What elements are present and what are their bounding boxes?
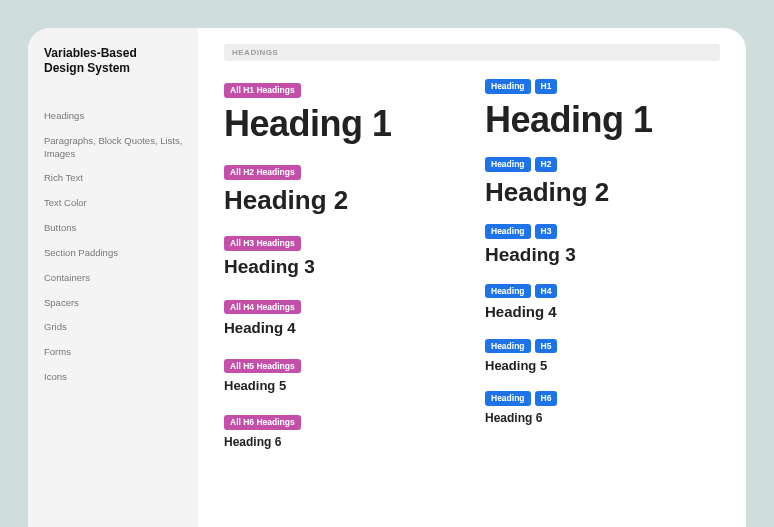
sidebar-item[interactable]: Buttons [44, 222, 184, 235]
class-badge-heading: Heading [485, 391, 531, 406]
class-badge-heading: Heading [485, 284, 531, 299]
badge-row: HeadingH5 [485, 339, 720, 354]
sidebar-item[interactable]: Headings [44, 110, 184, 123]
heading-item: HeadingH6Heading 6 [485, 391, 720, 425]
badge-row: HeadingH4 [485, 284, 720, 299]
global-heading-badge: All H2 Headings [224, 165, 301, 180]
brand-line1: Variables-Based [44, 46, 137, 60]
heading-sample: Heading 4 [485, 304, 720, 321]
main-content: HEADINGS All H1 HeadingsHeading 1All H2 … [198, 28, 746, 527]
class-badge-heading: Heading [485, 224, 531, 239]
heading-item: HeadingH4Heading 4 [485, 284, 720, 321]
sidebar-nav: HeadingsParagraphs, Block Quotes, Lists,… [44, 110, 184, 384]
column-class-headings: HeadingH1Heading 1HeadingH2Heading 2Head… [485, 79, 720, 467]
heading-sample: Heading 6 [224, 436, 459, 449]
heading-sample: Heading 3 [485, 245, 720, 266]
heading-sample: Heading 5 [485, 359, 720, 373]
class-badge-level: H1 [535, 79, 558, 94]
heading-sample: Heading 2 [485, 178, 720, 207]
sidebar-item[interactable]: Paragraphs, Block Quotes, Lists, Images [44, 135, 184, 161]
heading-sample: Heading 4 [224, 320, 459, 337]
heading-sample: Heading 1 [224, 104, 459, 144]
heading-sample: Heading 2 [224, 186, 459, 215]
class-badge-level: H5 [535, 339, 558, 354]
class-badge-level: H6 [535, 391, 558, 406]
global-heading-badge: All H6 Headings [224, 415, 301, 430]
sidebar-item[interactable]: Grids [44, 321, 184, 334]
heading-item: All H3 HeadingsHeading 3 [224, 232, 459, 277]
class-badge-heading: Heading [485, 79, 531, 94]
sidebar-item[interactable]: Section Paddings [44, 247, 184, 260]
heading-item: All H4 HeadingsHeading 4 [224, 296, 459, 337]
class-badge-heading: Heading [485, 339, 531, 354]
global-heading-badge: All H1 Headings [224, 83, 301, 98]
sidebar-item[interactable]: Spacers [44, 297, 184, 310]
heading-item: HeadingH1Heading 1 [485, 79, 720, 139]
heading-item: All H2 HeadingsHeading 2 [224, 161, 459, 214]
sidebar-item[interactable]: Containers [44, 272, 184, 285]
brand-line2: Design System [44, 61, 130, 75]
heading-item: All H5 HeadingsHeading 5 [224, 355, 459, 394]
app-window: Variables-Based Design System HeadingsPa… [28, 28, 746, 527]
global-heading-badge: All H5 Headings [224, 359, 301, 374]
global-heading-badge: All H4 Headings [224, 300, 301, 315]
heading-sample: Heading 6 [485, 412, 720, 425]
heading-sample: Heading 5 [224, 379, 459, 393]
section-title: HEADINGS [232, 48, 278, 57]
global-heading-badge: All H3 Headings [224, 236, 301, 251]
class-badge-level: H2 [535, 157, 558, 172]
class-badge-level: H4 [535, 284, 558, 299]
heading-sample: Heading 1 [485, 100, 720, 140]
column-global-headings: All H1 HeadingsHeading 1All H2 HeadingsH… [224, 79, 459, 467]
section-header: HEADINGS [224, 44, 720, 61]
class-badge-heading: Heading [485, 157, 531, 172]
columns: All H1 HeadingsHeading 1All H2 HeadingsH… [224, 79, 720, 467]
heading-item: HeadingH3Heading 3 [485, 224, 720, 265]
sidebar-item[interactable]: Rich Text [44, 172, 184, 185]
heading-item: All H6 HeadingsHeading 6 [224, 411, 459, 449]
brand-title: Variables-Based Design System [44, 46, 184, 76]
heading-item: All H1 HeadingsHeading 1 [224, 79, 459, 143]
sidebar-item[interactable]: Icons [44, 371, 184, 384]
heading-sample: Heading 3 [224, 257, 459, 278]
badge-row: HeadingH6 [485, 391, 720, 406]
heading-item: HeadingH5Heading 5 [485, 339, 720, 374]
sidebar: Variables-Based Design System HeadingsPa… [28, 28, 198, 527]
heading-item: HeadingH2Heading 2 [485, 157, 720, 206]
badge-row: HeadingH2 [485, 157, 720, 172]
sidebar-item[interactable]: Text Color [44, 197, 184, 210]
badge-row: HeadingH1 [485, 79, 720, 94]
class-badge-level: H3 [535, 224, 558, 239]
sidebar-item[interactable]: Forms [44, 346, 184, 359]
badge-row: HeadingH3 [485, 224, 720, 239]
